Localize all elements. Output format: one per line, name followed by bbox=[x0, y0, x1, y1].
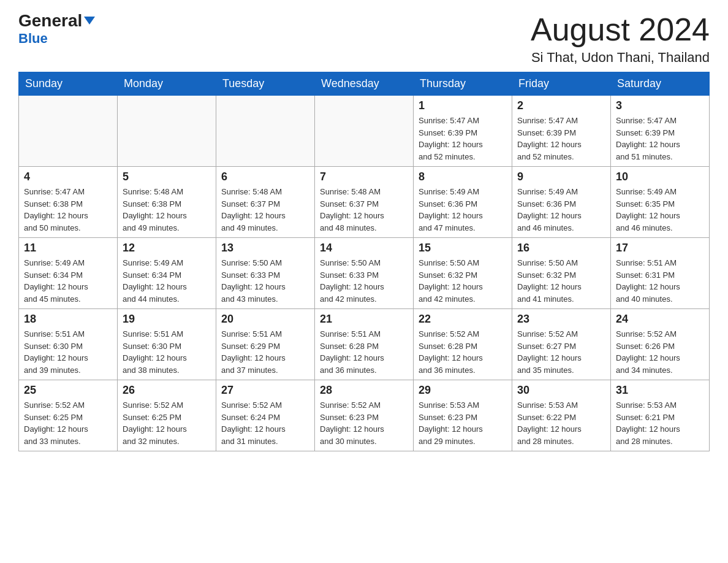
table-row: 2Sunrise: 5:47 AMSunset: 6:39 PMDaylight… bbox=[512, 96, 611, 167]
day-number: 2 bbox=[517, 99, 605, 112]
table-row: 16Sunrise: 5:50 AMSunset: 6:32 PMDayligh… bbox=[512, 238, 611, 309]
calendar-week-row: 11Sunrise: 5:49 AMSunset: 6:34 PMDayligh… bbox=[19, 238, 710, 309]
day-number: 10 bbox=[616, 170, 704, 183]
table-row bbox=[216, 96, 315, 167]
day-info: Sunrise: 5:52 AMSunset: 6:26 PMDaylight:… bbox=[616, 328, 704, 376]
day-number: 19 bbox=[123, 313, 211, 326]
day-number: 20 bbox=[221, 313, 309, 326]
col-saturday: Saturday bbox=[611, 72, 710, 96]
calendar-week-row: 18Sunrise: 5:51 AMSunset: 6:30 PMDayligh… bbox=[19, 309, 710, 380]
table-row: 15Sunrise: 5:50 AMSunset: 6:32 PMDayligh… bbox=[414, 238, 512, 309]
logo: General Blue bbox=[18, 12, 95, 47]
day-info: Sunrise: 5:52 AMSunset: 6:24 PMDaylight:… bbox=[221, 399, 309, 447]
day-number: 30 bbox=[517, 384, 605, 397]
table-row: 9Sunrise: 5:49 AMSunset: 6:36 PMDaylight… bbox=[512, 167, 611, 238]
col-monday: Monday bbox=[118, 72, 216, 96]
day-number: 13 bbox=[221, 242, 309, 255]
day-info: Sunrise: 5:49 AMSunset: 6:36 PMDaylight:… bbox=[517, 186, 605, 234]
day-info: Sunrise: 5:47 AMSunset: 6:38 PMDaylight:… bbox=[24, 186, 112, 234]
calendar-week-row: 25Sunrise: 5:52 AMSunset: 6:25 PMDayligh… bbox=[19, 380, 710, 451]
day-info: Sunrise: 5:47 AMSunset: 6:39 PMDaylight:… bbox=[419, 115, 507, 163]
day-number: 7 bbox=[320, 170, 408, 183]
table-row: 24Sunrise: 5:52 AMSunset: 6:26 PMDayligh… bbox=[611, 309, 710, 380]
col-friday: Friday bbox=[512, 72, 611, 96]
table-row: 26Sunrise: 5:52 AMSunset: 6:25 PMDayligh… bbox=[118, 380, 216, 451]
calendar-week-row: 1Sunrise: 5:47 AMSunset: 6:39 PMDaylight… bbox=[19, 96, 710, 167]
day-info: Sunrise: 5:51 AMSunset: 6:30 PMDaylight:… bbox=[24, 328, 112, 376]
day-number: 25 bbox=[24, 384, 112, 397]
day-info: Sunrise: 5:52 AMSunset: 6:28 PMDaylight:… bbox=[419, 328, 507, 376]
table-row: 27Sunrise: 5:52 AMSunset: 6:24 PMDayligh… bbox=[216, 380, 315, 451]
day-info: Sunrise: 5:50 AMSunset: 6:32 PMDaylight:… bbox=[517, 257, 605, 305]
day-info: Sunrise: 5:50 AMSunset: 6:32 PMDaylight:… bbox=[419, 257, 507, 305]
day-info: Sunrise: 5:49 AMSunset: 6:36 PMDaylight:… bbox=[419, 186, 507, 234]
table-row: 5Sunrise: 5:48 AMSunset: 6:38 PMDaylight… bbox=[118, 167, 216, 238]
col-wednesday: Wednesday bbox=[315, 72, 414, 96]
day-info: Sunrise: 5:49 AMSunset: 6:34 PMDaylight:… bbox=[123, 257, 211, 305]
day-info: Sunrise: 5:52 AMSunset: 6:25 PMDaylight:… bbox=[24, 399, 112, 447]
day-number: 16 bbox=[517, 242, 605, 255]
day-info: Sunrise: 5:52 AMSunset: 6:23 PMDaylight:… bbox=[320, 399, 408, 447]
day-info: Sunrise: 5:51 AMSunset: 6:29 PMDaylight:… bbox=[221, 328, 309, 376]
table-row: 3Sunrise: 5:47 AMSunset: 6:39 PMDaylight… bbox=[611, 96, 710, 167]
day-number: 1 bbox=[419, 99, 507, 112]
table-row: 28Sunrise: 5:52 AMSunset: 6:23 PMDayligh… bbox=[315, 380, 414, 451]
day-info: Sunrise: 5:52 AMSunset: 6:27 PMDaylight:… bbox=[517, 328, 605, 376]
day-info: Sunrise: 5:53 AMSunset: 6:21 PMDaylight:… bbox=[616, 399, 704, 447]
day-number: 14 bbox=[320, 242, 408, 255]
day-info: Sunrise: 5:53 AMSunset: 6:23 PMDaylight:… bbox=[419, 399, 507, 447]
day-info: Sunrise: 5:51 AMSunset: 6:31 PMDaylight:… bbox=[616, 257, 704, 305]
day-info: Sunrise: 5:48 AMSunset: 6:37 PMDaylight:… bbox=[320, 186, 408, 234]
day-info: Sunrise: 5:49 AMSunset: 6:34 PMDaylight:… bbox=[24, 257, 112, 305]
table-row: 22Sunrise: 5:52 AMSunset: 6:28 PMDayligh… bbox=[414, 309, 512, 380]
day-number: 6 bbox=[221, 170, 309, 183]
day-info: Sunrise: 5:49 AMSunset: 6:35 PMDaylight:… bbox=[616, 186, 704, 234]
table-row: 8Sunrise: 5:49 AMSunset: 6:36 PMDaylight… bbox=[414, 167, 512, 238]
day-number: 5 bbox=[123, 170, 211, 183]
day-info: Sunrise: 5:50 AMSunset: 6:33 PMDaylight:… bbox=[320, 257, 408, 305]
month-title: August 2024 bbox=[531, 12, 710, 47]
calendar-table: Sunday Monday Tuesday Wednesday Thursday… bbox=[18, 72, 710, 451]
table-row bbox=[118, 96, 216, 167]
table-row: 13Sunrise: 5:50 AMSunset: 6:33 PMDayligh… bbox=[216, 238, 315, 309]
table-row: 31Sunrise: 5:53 AMSunset: 6:21 PMDayligh… bbox=[611, 380, 710, 451]
day-number: 21 bbox=[320, 313, 408, 326]
table-row: 29Sunrise: 5:53 AMSunset: 6:23 PMDayligh… bbox=[414, 380, 512, 451]
day-number: 28 bbox=[320, 384, 408, 397]
day-number: 15 bbox=[419, 242, 507, 255]
table-row: 23Sunrise: 5:52 AMSunset: 6:27 PMDayligh… bbox=[512, 309, 611, 380]
col-thursday: Thursday bbox=[414, 72, 512, 96]
location-title: Si That, Udon Thani, Thailand bbox=[531, 50, 710, 66]
table-row: 25Sunrise: 5:52 AMSunset: 6:25 PMDayligh… bbox=[19, 380, 118, 451]
table-row: 7Sunrise: 5:48 AMSunset: 6:37 PMDaylight… bbox=[315, 167, 414, 238]
day-number: 26 bbox=[123, 384, 211, 397]
logo-blue: Blue bbox=[18, 31, 48, 47]
day-info: Sunrise: 5:51 AMSunset: 6:30 PMDaylight:… bbox=[123, 328, 211, 376]
table-row: 11Sunrise: 5:49 AMSunset: 6:34 PMDayligh… bbox=[19, 238, 118, 309]
table-row: 10Sunrise: 5:49 AMSunset: 6:35 PMDayligh… bbox=[611, 167, 710, 238]
day-number: 27 bbox=[221, 384, 309, 397]
day-info: Sunrise: 5:51 AMSunset: 6:28 PMDaylight:… bbox=[320, 328, 408, 376]
table-row bbox=[19, 96, 118, 167]
day-number: 23 bbox=[517, 313, 605, 326]
day-number: 9 bbox=[517, 170, 605, 183]
table-row: 6Sunrise: 5:48 AMSunset: 6:37 PMDaylight… bbox=[216, 167, 315, 238]
day-number: 8 bbox=[419, 170, 507, 183]
table-row: 18Sunrise: 5:51 AMSunset: 6:30 PMDayligh… bbox=[19, 309, 118, 380]
day-number: 4 bbox=[24, 170, 112, 183]
table-row: 1Sunrise: 5:47 AMSunset: 6:39 PMDaylight… bbox=[414, 96, 512, 167]
logo-general: General bbox=[18, 12, 95, 29]
table-row: 19Sunrise: 5:51 AMSunset: 6:30 PMDayligh… bbox=[118, 309, 216, 380]
day-info: Sunrise: 5:48 AMSunset: 6:38 PMDaylight:… bbox=[123, 186, 211, 234]
table-row: 20Sunrise: 5:51 AMSunset: 6:29 PMDayligh… bbox=[216, 309, 315, 380]
table-row: 12Sunrise: 5:49 AMSunset: 6:34 PMDayligh… bbox=[118, 238, 216, 309]
day-number: 22 bbox=[419, 313, 507, 326]
table-row: 14Sunrise: 5:50 AMSunset: 6:33 PMDayligh… bbox=[315, 238, 414, 309]
day-info: Sunrise: 5:50 AMSunset: 6:33 PMDaylight:… bbox=[221, 257, 309, 305]
day-number: 3 bbox=[616, 99, 704, 112]
day-info: Sunrise: 5:52 AMSunset: 6:25 PMDaylight:… bbox=[123, 399, 211, 447]
day-number: 12 bbox=[123, 242, 211, 255]
table-row bbox=[315, 96, 414, 167]
day-number: 17 bbox=[616, 242, 704, 255]
calendar-week-row: 4Sunrise: 5:47 AMSunset: 6:38 PMDaylight… bbox=[19, 167, 710, 238]
